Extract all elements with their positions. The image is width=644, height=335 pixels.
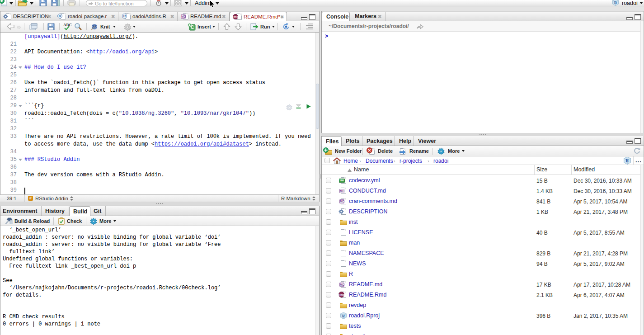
svg-text:R: R: [614, 0, 617, 5]
svg-text:R: R: [59, 14, 61, 18]
svg-text:R: R: [123, 14, 126, 18]
svg-text:Rmd: Rmd: [338, 293, 344, 296]
svg-text:R: R: [342, 314, 345, 318]
svg-text:Rmd: Rmd: [233, 15, 238, 18]
